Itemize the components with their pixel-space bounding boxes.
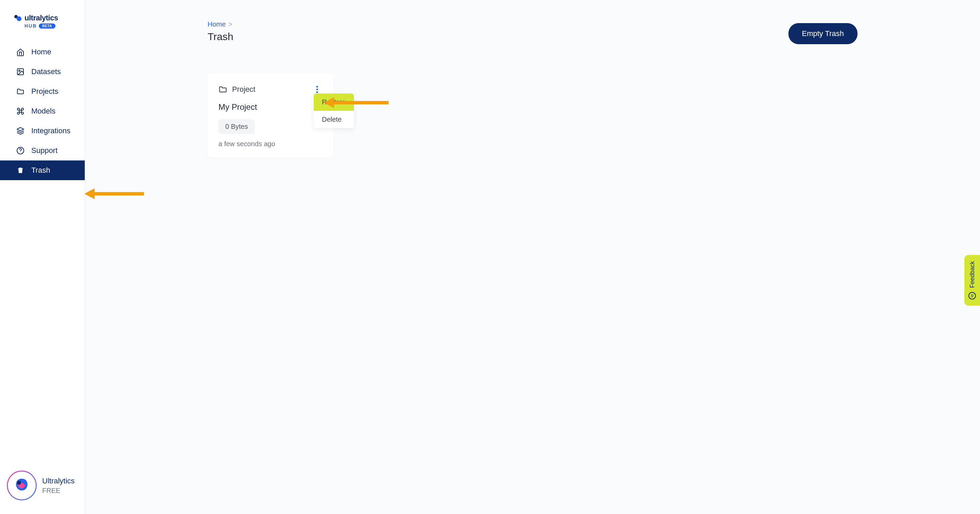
sidebar-item-label: Home [31, 48, 51, 56]
help-icon [16, 146, 24, 155]
page-title: Trash [208, 31, 234, 43]
svg-point-7 [17, 481, 21, 485]
annotation-arrow-restore [324, 97, 388, 108]
sidebar-item-label: Models [31, 107, 56, 116]
command-icon [16, 107, 24, 115]
folder-icon [16, 87, 24, 95]
feedback-tab[interactable]: Feedback [964, 255, 980, 306]
breadcrumb-separator: > [228, 21, 232, 28]
card-time: a few seconds ago [218, 140, 323, 148]
logo-hub-text: HUB [24, 23, 37, 29]
dropdown-delete[interactable]: Delete [314, 111, 354, 128]
footer-name: Ultralytics [42, 477, 75, 485]
card-size-badge: 0 Bytes [218, 119, 255, 134]
svg-point-10 [317, 92, 318, 93]
breadcrumb-home[interactable]: Home [208, 21, 226, 28]
svg-point-11 [971, 295, 972, 295]
logo-icon [14, 14, 22, 22]
sidebar-item-trash[interactable]: Trash [0, 160, 85, 180]
home-icon [16, 48, 24, 56]
svg-marker-4 [17, 127, 24, 131]
sidebar-footer[interactable]: Ultralytics FREE [0, 460, 85, 514]
sidebar-item-label: Datasets [31, 67, 61, 76]
sidebar-item-home[interactable]: Home [0, 42, 85, 62]
layers-icon [16, 127, 24, 135]
sidebar-item-label: Integrations [31, 127, 70, 135]
sidebar-item-support[interactable]: Support [0, 141, 85, 160]
smiley-icon [969, 292, 976, 300]
sidebar-item-label: Projects [31, 87, 58, 96]
logo-brand-text: ultralytics [24, 14, 58, 22]
feedback-label: Feedback [969, 261, 976, 288]
svg-point-8 [317, 86, 318, 88]
sidebar-item-models[interactable]: Models [0, 101, 85, 121]
sidebar-item-datasets[interactable]: Datasets [0, 62, 85, 82]
svg-point-1 [17, 16, 21, 21]
avatar-logo-icon [11, 475, 32, 496]
trash-card[interactable]: Project My Project 0 Bytes a few seconds… [208, 73, 334, 157]
trash-icon [16, 166, 24, 175]
svg-point-3 [19, 70, 20, 71]
avatar [7, 471, 37, 500]
more-vert-icon [316, 85, 318, 94]
sidebar-item-integrations[interactable]: Integrations [0, 121, 85, 141]
main-content: Home > Trash Empty Trash Project My Proj… [85, 0, 980, 514]
image-icon [16, 68, 24, 76]
logo-beta-badge: BETA [39, 24, 55, 29]
sidebar: ultralytics HUB BETA Home Datasets Proj [0, 0, 85, 514]
empty-trash-button[interactable]: Empty Trash [788, 23, 858, 44]
sidebar-item-projects[interactable]: Projects [0, 82, 85, 101]
svg-point-12 [972, 295, 973, 295]
sidebar-nav: Home Datasets Projects Models Integratio… [0, 39, 85, 460]
folder-icon [218, 85, 227, 94]
sidebar-item-label: Support [31, 146, 57, 155]
card-title: My Project [218, 102, 323, 112]
logo-area[interactable]: ultralytics HUB BETA [0, 0, 85, 39]
card-type-label: Project [232, 85, 255, 94]
sidebar-item-label: Trash [31, 166, 50, 175]
footer-plan: FREE [42, 487, 75, 495]
annotation-arrow-sidebar [84, 188, 144, 199]
svg-point-9 [317, 89, 318, 90]
